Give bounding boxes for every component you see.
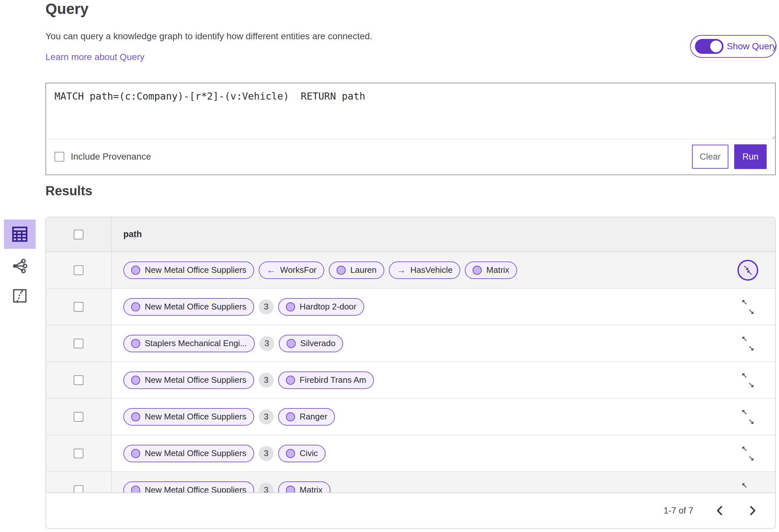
row-checkbox[interactable]	[74, 302, 83, 312]
arrow-northwest-icon: ↖	[741, 335, 747, 343]
edge-label: HasVehicle	[410, 265, 453, 275]
show-query-label: Show Query	[727, 41, 777, 52]
query-editor: MATCH path=(c:Company)-[r*2]-(v:Vehicle)…	[46, 83, 776, 175]
arrow-southeast-icon: ↘	[748, 344, 754, 352]
node-pill[interactable]: Staplers Mechanical Engi...	[123, 335, 255, 352]
node-circle-icon	[131, 339, 140, 348]
node-pill[interactable]: Firebird Trans Am	[278, 372, 374, 389]
row-checkbox-cell	[46, 289, 112, 325]
arrow-southeast-icon: ↘	[748, 455, 754, 462]
header-path-cell: path	[112, 217, 775, 251]
arrow-southeast-icon: ↘	[748, 381, 754, 389]
next-page-button[interactable]	[746, 504, 760, 517]
query-input[interactable]: MATCH path=(c:Company)-[r*2]-(v:Vehicle)…	[46, 83, 775, 139]
collapsed-hops-badge[interactable]: 3	[259, 409, 274, 424]
show-query-toggle[interactable]: Show Query	[690, 35, 776, 58]
node-circle-icon	[287, 339, 296, 348]
page-description: You can query a knowledge graph to ident…	[46, 31, 372, 42]
pagination-bar: 1-7 of 7	[46, 492, 775, 528]
include-provenance-label: Include Provenance	[71, 151, 151, 162]
node-circle-icon	[286, 412, 295, 421]
collapsed-hops-badge[interactable]: 3	[259, 373, 274, 388]
node-pill[interactable]: New Metal Office Suppliers	[123, 261, 254, 279]
route-map-icon	[12, 288, 28, 304]
node-label: Lauren	[350, 265, 376, 275]
arrow-northwest-icon: ↖	[741, 298, 747, 306]
node-pill[interactable]: New Metal Office Suppliers	[123, 445, 254, 462]
node-label: Matrix	[486, 265, 509, 275]
chevron-left-icon	[715, 505, 724, 516]
row-checkbox-cell	[46, 399, 112, 435]
collapsed-hops-badge[interactable]: 3	[259, 446, 274, 461]
node-circle-icon	[131, 302, 140, 312]
node-pill[interactable]: New Metal Office Suppliers	[123, 408, 254, 425]
collapse-path-button[interactable]: ↘↖	[737, 260, 758, 281]
row-checkbox[interactable]	[74, 339, 83, 348]
arrow-northwest-icon: ↖	[741, 408, 747, 416]
learn-more-link[interactable]: Learn more about Query	[46, 52, 144, 62]
query-editor-footer: Include Provenance Clear Run	[46, 139, 775, 174]
chevron-right-icon	[748, 505, 757, 516]
row-checkbox[interactable]	[74, 375, 83, 385]
toggle-switch-icon	[695, 39, 723, 54]
network-graph-icon	[11, 257, 28, 275]
node-pill[interactable]: Matrix	[465, 261, 517, 279]
row-path-cell: New Metal Office Suppliers3Firebird Tran…	[112, 362, 775, 398]
node-circle-icon	[286, 302, 295, 312]
node-pill[interactable]: Hardtop 2-door	[278, 298, 364, 316]
results-rows: New Metal Office Suppliers←WorksForLaure…	[46, 252, 775, 509]
expand-path-button[interactable]: ↖↘	[737, 370, 758, 391]
row-path-cell: Staplers Mechanical Engi...3Silverado↖↘	[112, 325, 775, 361]
row-checkbox[interactable]	[74, 449, 83, 458]
row-path-cell: New Metal Office Suppliers3Hardtop 2-doo…	[112, 289, 775, 325]
edge-pill[interactable]: →HasVehicle	[389, 261, 460, 279]
edge-pill[interactable]: ←WorksFor	[259, 261, 324, 279]
expand-path-button[interactable]: ↖↘	[737, 443, 758, 464]
row-checkbox[interactable]	[74, 265, 83, 275]
run-button[interactable]: Run	[734, 144, 767, 169]
table-icon	[11, 226, 29, 243]
arrow-right-icon: →	[397, 266, 406, 275]
node-label: New Metal Office Suppliers	[145, 412, 246, 422]
table-row: New Metal Office Suppliers3Hardtop 2-doo…	[46, 289, 775, 325]
collapsed-hops-badge[interactable]: 3	[259, 336, 274, 351]
node-pill[interactable]: New Metal Office Suppliers	[123, 372, 254, 389]
expand-path-button[interactable]: ↖↘	[737, 296, 758, 317]
node-label: Hardtop 2-door	[300, 302, 356, 312]
arrow-southeast-icon: ↘	[748, 418, 754, 425]
row-checkbox-cell	[46, 252, 112, 288]
results-title: Results	[46, 184, 93, 198]
page-title: Query	[46, 0, 88, 17]
collapsed-hops-badge[interactable]: 3	[259, 300, 274, 314]
graph-view-button[interactable]	[4, 253, 36, 279]
row-path-cell: New Metal Office Suppliers←WorksForLaure…	[112, 252, 775, 288]
node-pill[interactable]: Lauren	[329, 261, 384, 279]
query-page: Query You can query a knowledge graph to…	[0, 0, 779, 532]
table-header-row: path	[46, 217, 775, 252]
table-row: New Metal Office Suppliers3Firebird Tran…	[46, 362, 775, 399]
include-provenance-checkbox[interactable]	[55, 152, 64, 161]
map-view-button[interactable]	[4, 283, 36, 309]
node-pill[interactable]: Silverado	[279, 335, 343, 352]
results-table: path New Metal Office Suppliers←WorksFor…	[46, 217, 776, 529]
arrow-southeast-icon: ↘	[748, 308, 754, 315]
clear-button[interactable]: Clear	[692, 145, 728, 169]
row-path-cell: New Metal Office Suppliers3Ranger↖↘	[112, 399, 775, 435]
node-pill[interactable]: Ranger	[278, 408, 335, 425]
node-label: New Metal Office Suppliers	[145, 448, 246, 458]
node-label: New Metal Office Suppliers	[145, 375, 246, 385]
expand-path-button[interactable]: ↖↘	[737, 406, 758, 427]
node-circle-icon	[286, 376, 295, 385]
node-pill[interactable]: New Metal Office Suppliers	[123, 298, 254, 316]
arrow-northwest-icon: ↖	[741, 445, 747, 453]
node-circle-icon	[131, 449, 140, 458]
arrow-northwest-icon: ↖	[741, 482, 747, 489]
select-all-checkbox[interactable]	[74, 230, 83, 240]
node-circle-icon	[473, 266, 482, 275]
prev-page-button[interactable]	[713, 504, 726, 517]
table-view-button[interactable]	[4, 220, 36, 249]
table-row: Staplers Mechanical Engi...3Silverado↖↘	[46, 325, 775, 362]
row-checkbox[interactable]	[74, 412, 83, 422]
node-pill[interactable]: Civic	[278, 445, 325, 462]
expand-path-button[interactable]: ↖↘	[737, 333, 758, 354]
